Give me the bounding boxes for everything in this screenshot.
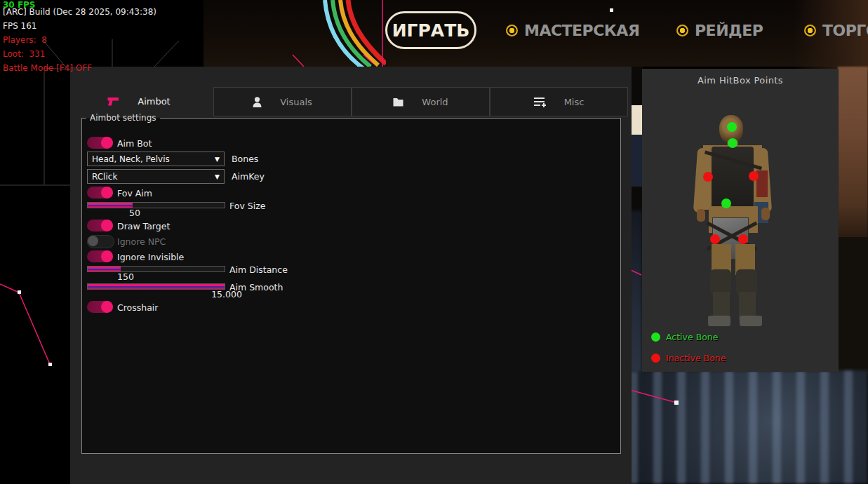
fov-size-value: 50 — [119, 208, 150, 218]
aimkey-label: AimKey — [232, 171, 265, 182]
ignore-invisible-label: Ignore Invisible — [117, 252, 184, 262]
legend-label: Active Bone — [666, 332, 718, 342]
folder-icon — [393, 98, 403, 107]
fov-size-label: Fov Size — [229, 201, 265, 211]
bones-dropdown[interactable]: Head, Neck, Pelvis ▼ — [87, 152, 225, 166]
hitbox-point-head[interactable] — [727, 122, 737, 132]
cheat-menu-panel: Aimbot Visuals World Misc Aimbot setting… — [70, 67, 632, 484]
aim-distance-label: Aim Distance — [229, 264, 288, 275]
hitbox-point-left-thigh[interactable] — [710, 234, 720, 244]
aim-hitbox-panel: Aim HitBox Points Active Bone — [642, 69, 839, 372]
fov-size-slider[interactable] — [87, 202, 225, 208]
hitbox-point-right-arm[interactable] — [749, 171, 759, 181]
crosshair-label: Crosshair — [117, 302, 158, 313]
legend-label: Inactive Bone — [666, 353, 726, 363]
tab-visuals[interactable]: Visuals — [213, 87, 352, 116]
draw-target-label: Draw Target — [117, 221, 170, 231]
coin-icon — [804, 25, 816, 36]
fov-aim-toggle[interactable] — [87, 187, 113, 199]
play-button[interactable]: ИГРАТЬ — [385, 11, 476, 49]
draw-target-toggle[interactable] — [87, 220, 113, 231]
model-left-boot — [708, 316, 730, 326]
person-icon — [253, 97, 262, 107]
chevron-down-icon: ▼ — [215, 156, 220, 163]
sliders-icon — [534, 97, 546, 107]
hitbox-point-pelvis[interactable] — [721, 199, 731, 208]
aimkey-dropdown-value: RClick — [92, 172, 117, 182]
slider-fill — [88, 203, 133, 208]
model-right-hand — [761, 208, 770, 220]
tab-aimbot[interactable]: Aimbot — [70, 87, 208, 116]
toggle-knob — [101, 220, 113, 231]
active-bone-dot-icon — [651, 332, 660, 342]
model-right-boot — [740, 316, 762, 326]
aim-smooth-value: 15.000 — [211, 289, 242, 300]
aim-bot-toggle[interactable] — [87, 137, 113, 149]
tab-label: Misc — [564, 97, 585, 107]
ignore-invisible-toggle[interactable] — [87, 250, 113, 262]
aimkey-dropdown[interactable]: RClick ▼ — [87, 169, 225, 184]
menu-item-workshop[interactable]: МАСТЕРСКАЯ — [506, 20, 639, 40]
hitbox-point-neck[interactable] — [728, 138, 737, 148]
group-title: Aimbot settings — [86, 113, 160, 123]
model-left-hand — [697, 209, 705, 222]
menu-item-trade[interactable]: ТОРГОВЛЯ — [804, 20, 868, 40]
coin-icon — [506, 25, 518, 36]
slider-fill — [88, 284, 225, 289]
aimbot-settings-group: Aimbot settings Aim Bot Head, Neck, Pelv… — [81, 118, 621, 454]
tab-label: Aimbot — [138, 96, 170, 107]
tab-world[interactable]: World — [352, 87, 490, 116]
toggle-knob — [88, 236, 98, 246]
slider-fill — [88, 267, 121, 271]
bones-dropdown-value: Head, Neck, Pelvis — [92, 154, 170, 164]
crosshair-toggle[interactable] — [87, 301, 113, 313]
legend-inactive-bone: Inactive Bone — [651, 353, 726, 363]
legend-active-bone: Active Bone — [651, 332, 718, 342]
tab-label: Visuals — [280, 97, 312, 107]
menu-item-label: МАСТЕРСКАЯ — [524, 22, 639, 39]
menu-item-label: ТОРГОВЛЯ — [822, 22, 868, 39]
fov-aim-label: Fov Aim — [117, 188, 152, 199]
game-main-menu: ИГРАТЬ МАСТЕРСКАЯ РЕЙДЕР ТОРГОВЛЯ — [0, 0, 868, 67]
ignore-npc-toggle[interactable] — [87, 235, 114, 248]
hitbox-point-right-thigh[interactable] — [738, 234, 748, 244]
aim-smooth-slider[interactable] — [87, 283, 225, 290]
hitbox-point-left-arm[interactable] — [703, 172, 713, 182]
hitbox-panel-title: Aim HitBox Points — [642, 75, 839, 86]
menu-item-label: РЕЙДЕР — [695, 22, 763, 39]
aim-distance-value: 150 — [110, 271, 141, 282]
bones-label: Bones — [232, 154, 258, 164]
toggle-knob — [101, 187, 113, 199]
menu-item-raider[interactable]: РЕЙДЕР — [676, 20, 763, 40]
ignore-npc-label: Ignore NPC — [117, 236, 166, 247]
play-button-label: ИГРАТЬ — [392, 20, 470, 41]
toggle-knob — [101, 301, 113, 313]
aim-bot-label: Aim Bot — [117, 138, 152, 149]
toggle-knob — [101, 250, 113, 262]
aim-distance-slider[interactable] — [87, 266, 225, 272]
coin-icon — [676, 25, 688, 36]
chevron-down-icon: ▼ — [215, 173, 220, 180]
pistol-icon — [107, 97, 119, 107]
toggle-knob — [101, 137, 113, 149]
tab-label: World — [422, 97, 448, 107]
inactive-bone-dot-icon — [651, 354, 660, 363]
tab-misc[interactable]: Misc — [490, 87, 628, 116]
